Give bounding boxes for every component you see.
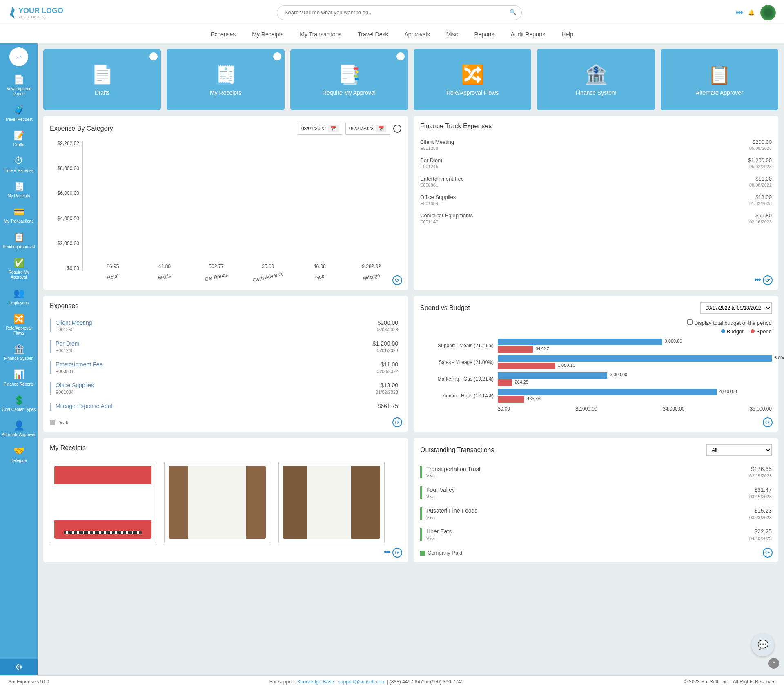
receipt-thumbnail[interactable] <box>278 462 385 543</box>
list-item[interactable]: Uber EatsVisa$22.2504/10/2023 <box>420 524 772 545</box>
travel-request-icon: 🧳 <box>2 105 36 115</box>
tile-role-approval-flows[interactable]: 🔀Role/Approval Flows <box>414 49 531 110</box>
nav-approvals[interactable]: Approvals <box>404 31 430 38</box>
sidebar-item-alternate-approver[interactable]: 👤Alternate Approver <box>0 416 38 442</box>
nav-my-receipts[interactable]: My Receipts <box>252 31 283 38</box>
list-item[interactable]: Mileage Expense April$661.75 <box>50 399 398 415</box>
refresh-icon[interactable]: ⟳ <box>763 275 773 285</box>
sidebar-item-require-my-approval[interactable]: ✅Require My Approval <box>0 254 38 284</box>
sidebar-item-new-expense-report[interactable]: 📄New Expense Report <box>0 70 38 100</box>
item-amount: $200.00 <box>376 319 398 326</box>
total-budget-checkbox[interactable] <box>687 319 693 325</box>
search-icon[interactable]: 🔍 <box>510 9 516 15</box>
item-name: Uber Eats <box>426 528 452 535</box>
list-item[interactable]: Office SuppliesE001084$13.0001/02/2023 <box>420 191 772 209</box>
refresh-icon[interactable]: ⟳ <box>392 417 402 427</box>
item-date: 04/10/2023 <box>749 536 772 541</box>
avatar[interactable] <box>760 5 776 20</box>
hbar-budget[interactable] <box>498 389 717 395</box>
hbar-spend[interactable] <box>498 363 555 369</box>
finance-reports-icon: 📊 <box>2 369 36 380</box>
refresh-icon[interactable]: ⟳ <box>763 548 773 558</box>
receipt-thumbnail[interactable] <box>164 462 270 543</box>
period-select[interactable]: 08/17/2022 to 08/18/2023 <box>700 302 772 314</box>
item-date: 05/08/2023 <box>376 327 398 332</box>
list-item[interactable]: Entertainment FeeE000881$11.0008/08/2022 <box>50 357 398 378</box>
sidebar-item-travel-request[interactable]: 🧳Travel Request <box>0 100 38 126</box>
sidebar-item-delegate[interactable]: 🤝Delegate <box>0 442 38 467</box>
receipt-thumbnail[interactable] <box>50 462 156 543</box>
sidebar-item-my-transactions[interactable]: 💳My Transactions <box>0 203 38 228</box>
settings-gear-icon[interactable]: ⚙ <box>0 659 38 675</box>
chat-fab-icon[interactable]: 💬 <box>751 634 774 656</box>
sidebar: ⇄ 📄New Expense Report🧳Travel Request📝Dra… <box>0 43 38 675</box>
list-item[interactable]: Client MeetingE001250$200.0005/08/2023 <box>420 136 772 154</box>
refresh-icon[interactable]: ⟳ <box>392 275 402 285</box>
hbar-budget[interactable] <box>498 339 662 345</box>
nav-expenses[interactable]: Expenses <box>211 31 236 38</box>
item-name: Entertainment Fee <box>56 361 102 368</box>
date-from-input[interactable]: 08/01/2022📅 <box>298 123 342 135</box>
hbar-spend[interactable] <box>498 396 524 403</box>
tile-require-my-approval[interactable]: 📑Require My Approval <box>290 49 408 110</box>
refresh-icon[interactable]: ⟳ <box>392 548 402 558</box>
hbar-category-label: Admin - Hotel (12.14%) <box>420 393 498 399</box>
tile-my-receipts[interactable]: 🧾My Receipts <box>167 49 284 110</box>
sidebar-item-finance-reports[interactable]: 📊Finance Reports <box>0 365 38 390</box>
more-icon[interactable]: ••• <box>754 275 760 284</box>
sidebar-item-my-receipts[interactable]: 🧾My Receipts <box>0 177 38 203</box>
status-indicator <box>420 528 422 541</box>
status-indicator <box>420 486 422 499</box>
sidebar-item-pending-approval[interactable]: 📋Pending Approval <box>0 228 38 253</box>
list-item[interactable]: Client MeetingE001250$200.0005/08/2023 <box>50 315 398 336</box>
sidebar-item-drafts[interactable]: 📝Drafts <box>0 126 38 152</box>
date-to-input[interactable]: 05/01/2023📅 <box>345 123 390 135</box>
sidebar-logo-icon[interactable]: ⇄ <box>9 47 28 66</box>
more-icon[interactable]: ••• <box>735 7 742 18</box>
knowledge-base-link[interactable]: Knowledge Base <box>297 679 334 685</box>
nav-help[interactable]: Help <box>561 31 573 38</box>
topbar: YOUR LOGO YOUR TAGLINE 🔍 ••• 🔔 <box>0 0 784 25</box>
more-icon[interactable]: ••• <box>384 547 390 557</box>
nav-travel-desk[interactable]: Travel Desk <box>358 31 388 38</box>
outstanding-filter-select[interactable]: All <box>706 444 772 456</box>
tile-label: Drafts <box>94 89 109 96</box>
version-label: SutiExpense v10.0 <box>8 679 49 685</box>
hbar-spend[interactable] <box>498 379 512 386</box>
hbar-value-label: 1,050.10 <box>558 363 575 368</box>
tile-alternate-approver[interactable]: 📋Alternate Approver <box>661 49 778 110</box>
nav-reports[interactable]: Reports <box>474 31 494 38</box>
tile-finance-system[interactable]: 🏦Finance System <box>537 49 655 110</box>
tile-drafts[interactable]: 📄Drafts <box>43 49 161 110</box>
list-item[interactable]: Pusateri Fine FoodsVisa$15.2303/23/2023 <box>420 503 772 524</box>
nav-my-transactions[interactable]: My Transactions <box>300 31 341 38</box>
sidebar-item-cost-center-types[interactable]: 💲Cost Center Types <box>0 391 38 416</box>
hbar-spend[interactable] <box>498 346 533 353</box>
list-item[interactable]: Per DiemE001245$1,200.0005/01/2023 <box>50 336 398 357</box>
sidebar-item-employees[interactable]: 👥Employees <box>0 284 38 309</box>
legend-dot-budget <box>721 329 725 333</box>
list-item[interactable]: Entertainment FeeE000881$11.0008/08/2022 <box>420 172 772 191</box>
status-indicator <box>420 507 422 520</box>
support-email-link[interactable]: support@sutisoft.com <box>338 679 385 685</box>
list-item[interactable]: Four ValleyVisa$31.4703/15/2023 <box>420 482 772 503</box>
logo[interactable]: YOUR LOGO YOUR TAGLINE <box>8 7 63 19</box>
hbar-budget[interactable] <box>498 355 772 362</box>
sidebar-item-time-expense[interactable]: ⏱Time & Expense <box>0 152 38 177</box>
list-item[interactable]: Per DiemE001245$1,200.0005/02/2023 <box>420 154 772 172</box>
list-item[interactable]: Transaportation TrustVisa$176.6502/15/20… <box>420 462 772 482</box>
nav-misc[interactable]: Misc <box>446 31 458 38</box>
list-item[interactable]: Office SuppliesE001084$13.0001/02/2023 <box>50 378 398 399</box>
sidebar-item-role-approval-flows[interactable]: 🔀Role/Approval Flows <box>0 310 38 340</box>
receipt-image <box>169 466 266 539</box>
search-input[interactable] <box>277 5 522 20</box>
go-arrow-icon[interactable]: → <box>393 125 401 133</box>
sidebar-item-finance-system[interactable]: 🏦Finance System <box>0 340 38 365</box>
bell-icon[interactable]: 🔔 <box>748 9 755 16</box>
nav-audit-reports[interactable]: Audit Reports <box>511 31 546 38</box>
list-item[interactable]: Computer EquipmentsE001147$61.8002/16/20… <box>420 209 772 228</box>
scroll-top-icon[interactable]: ⌃ <box>768 658 779 669</box>
refresh-icon[interactable]: ⟳ <box>763 417 773 427</box>
item-date: 03/23/2023 <box>749 515 772 520</box>
hbar-budget[interactable] <box>498 372 607 379</box>
